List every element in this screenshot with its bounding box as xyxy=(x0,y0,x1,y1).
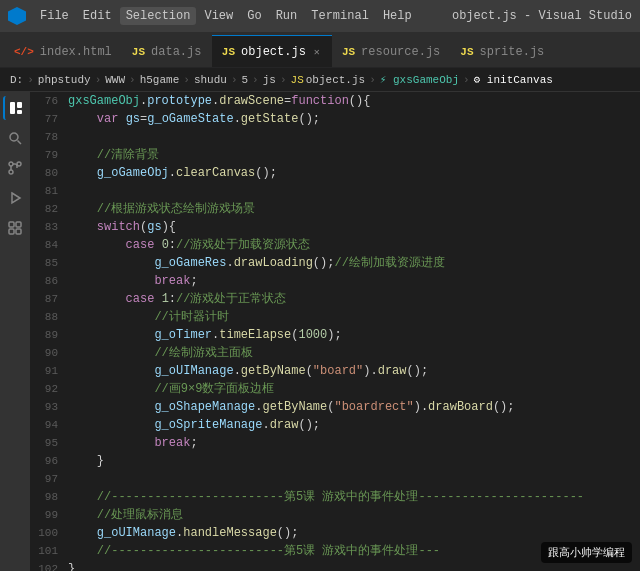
table-row: 101 //------------------------第5课 游戏中的事件… xyxy=(30,542,640,560)
table-row: 95 break; xyxy=(30,434,640,452)
table-row: 96 } xyxy=(30,452,640,470)
table-row: 93 g_oShapeManage.getByName("boardrect")… xyxy=(30,398,640,416)
code-editor[interactable]: 76 gxsGameObj.prototype.drawScene=functi… xyxy=(30,92,640,571)
tab-object-js[interactable]: JS object.js ✕ xyxy=(212,35,332,67)
table-row: 102 } xyxy=(30,560,640,571)
table-row: 100 g_oUIManage.handleMessage(); xyxy=(30,524,640,542)
svg-rect-9 xyxy=(9,222,14,227)
table-row: 80 g_oGameObj.clearCanvas(); xyxy=(30,164,640,182)
svg-rect-12 xyxy=(16,229,21,234)
breadcrumb-gxsgameobj: ⚡ gxsGameObj xyxy=(380,73,459,86)
breadcrumb-shudu: shudu xyxy=(194,74,227,86)
table-row: 98 //------------------------第5课 游戏中的事件处… xyxy=(30,488,640,506)
tab-label-data: data.js xyxy=(151,45,201,59)
menu-terminal[interactable]: Terminal xyxy=(305,7,375,25)
editor-area: 76 gxsGameObj.prototype.drawScene=functi… xyxy=(30,92,640,571)
svg-rect-11 xyxy=(9,229,14,234)
breadcrumb-5: 5 xyxy=(242,74,249,86)
tab-label-index: index.html xyxy=(40,45,112,59)
svg-rect-2 xyxy=(17,110,22,114)
table-row: 76 gxsGameObj.prototype.drawScene=functi… xyxy=(30,92,640,110)
breadcrumb-js-folder: js xyxy=(263,74,276,86)
tab-index-html[interactable]: </> index.html xyxy=(4,35,122,67)
tab-label-object: object.js xyxy=(241,45,306,59)
menu-bar[interactable]: File Edit Selection View Go Run Terminal… xyxy=(34,7,418,25)
menu-go[interactable]: Go xyxy=(241,7,267,25)
table-row: 78 xyxy=(30,128,640,146)
table-row: 83 switch(gs){ xyxy=(30,218,640,236)
breadcrumb-phpstudy: phpstudy xyxy=(38,74,91,86)
svg-marker-8 xyxy=(12,193,20,203)
activity-source-control-icon[interactable] xyxy=(3,156,27,180)
table-row: 82 //根据游戏状态绘制游戏场景 xyxy=(30,200,640,218)
menu-help[interactable]: Help xyxy=(377,7,418,25)
svg-point-3 xyxy=(10,133,18,141)
js-icon-data: JS xyxy=(132,46,145,58)
svg-rect-10 xyxy=(16,222,21,227)
main-layout: 76 gxsGameObj.prototype.drawScene=functi… xyxy=(0,92,640,571)
activity-extensions-icon[interactable] xyxy=(3,216,27,240)
table-row: 81 xyxy=(30,182,640,200)
activity-search-icon[interactable] xyxy=(3,126,27,150)
menu-run[interactable]: Run xyxy=(270,7,304,25)
table-row: 79 //清除背景 xyxy=(30,146,640,164)
table-row: 87 case 1://游戏处于正常状态 xyxy=(30,290,640,308)
menu-view[interactable]: View xyxy=(198,7,239,25)
breadcrumb-d: D: xyxy=(10,74,23,86)
html-icon: </> xyxy=(14,46,34,58)
table-row: 88 //计时器计时 xyxy=(30,308,640,326)
tab-bar: </> index.html JS data.js JS object.js ✕… xyxy=(0,32,640,68)
table-row: 92 //画9×9数字面板边框 xyxy=(30,380,640,398)
menu-edit[interactable]: Edit xyxy=(77,7,118,25)
svg-point-5 xyxy=(9,162,13,166)
js-icon-resource: JS xyxy=(342,46,355,58)
svg-point-6 xyxy=(9,170,13,174)
table-row: 85 g_oGameRes.drawLoading();//绘制加载资源进度 xyxy=(30,254,640,272)
breadcrumb-initcanvas: ⚙ initCanvas xyxy=(474,73,553,86)
table-row: 90 //绘制游戏主面板 xyxy=(30,344,640,362)
svg-line-4 xyxy=(18,141,22,145)
table-row: 91 g_oUIManage.getByName("board").draw()… xyxy=(30,362,640,380)
breadcrumb: D: › phpstudy › WWW › h5game › shudu › 5… xyxy=(0,68,640,92)
breadcrumb-www: WWW xyxy=(105,74,125,86)
breadcrumb-h5game: h5game xyxy=(140,74,180,86)
svg-rect-0 xyxy=(10,102,15,114)
vscode-logo-icon xyxy=(8,7,26,25)
activity-bar xyxy=(0,92,30,571)
menu-file[interactable]: File xyxy=(34,7,75,25)
title-bar: File Edit Selection View Go Run Terminal… xyxy=(0,0,640,32)
tab-resource-js[interactable]: JS resource.js xyxy=(332,35,450,67)
js-icon-sprite: JS xyxy=(460,46,473,58)
tab-label-sprite: sprite.js xyxy=(480,45,545,59)
table-row: 84 case 0://游戏处于加载资源状态 xyxy=(30,236,640,254)
tab-sprite-js[interactable]: JS sprite.js xyxy=(450,35,554,67)
table-row: 86 break; xyxy=(30,272,640,290)
activity-debug-icon[interactable] xyxy=(3,186,27,210)
tab-data-js[interactable]: JS data.js xyxy=(122,35,212,67)
table-row: 89 g_oTimer.timeElapse(1000); xyxy=(30,326,640,344)
tab-label-resource: resource.js xyxy=(361,45,440,59)
table-row: 97 xyxy=(30,470,640,488)
table-row: 77 var gs=g_oGameState.getState(); xyxy=(30,110,640,128)
svg-rect-1 xyxy=(17,102,22,108)
tab-close-button[interactable]: ✕ xyxy=(312,45,322,59)
menu-selection[interactable]: Selection xyxy=(120,7,197,25)
table-row: 94 g_oSpriteManage.draw(); xyxy=(30,416,640,434)
breadcrumb-objectjs: object.js xyxy=(306,74,365,86)
table-row: 99 //处理鼠标消息 xyxy=(30,506,640,524)
breadcrumb-js-label: JS xyxy=(291,74,304,86)
activity-explorer-icon[interactable] xyxy=(3,96,27,120)
js-icon-object: JS xyxy=(222,46,235,58)
window-title: object.js - Visual Studio xyxy=(452,9,632,23)
